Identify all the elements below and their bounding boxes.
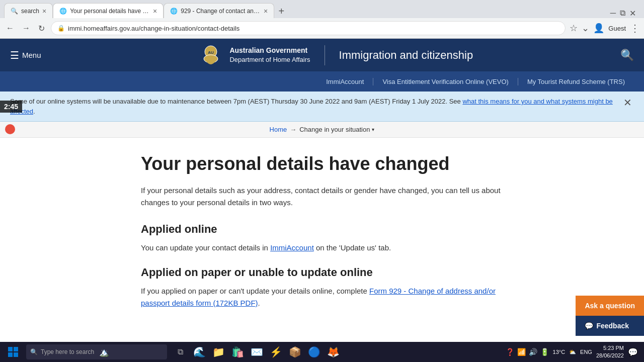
tab-close-search[interactable]: × [42,7,46,15]
dropbox-taskbar[interactable]: 📦 [286,342,304,361]
trs-link[interactable]: My Tourist Refund Scheme (TRS) [518,78,634,85]
applied-on-paper-text: If you applied on paper or can't update … [141,285,503,309]
taskbar-clock[interactable]: 5:23 PM 28/06/2022 [596,344,624,360]
float-buttons: Ask a question 💬 Feedback [576,296,644,336]
breadcrumb: Home → Change in your situation ▾ [0,122,644,138]
recording-indicator [5,124,15,134]
timer-display: 2:45 [0,101,22,113]
taskbar-right: ❓ 📶 🔊 🔋 13°C ⛅ ENG 5:23 PM 28/06/2022 💬 [506,344,642,360]
taskbar-volume-icon[interactable]: 🔊 [529,348,537,356]
breadcrumb-separator: → [290,126,296,133]
start-button[interactable] [2,342,24,361]
tab-929[interactable]: 🌐 929 - Change of contact and/or... × [164,3,274,18]
taskbar-battery-icon[interactable]: 🔋 [540,348,549,356]
immiaccount-link[interactable]: ImmiAccount [317,78,373,85]
tab-close-personal[interactable]: × [153,7,157,15]
tab-personal-details[interactable]: 🌐 Your personal details have chan... × [53,3,164,18]
applied-on-paper-heading: Applied on paper or unable to update onl… [141,266,503,279]
site-title: Immigration and citizenship [339,49,473,62]
browser-tab-search-icon[interactable]: ⌄ [582,23,589,34]
forward-button[interactable]: → [20,22,32,35]
edge-browser-taskbar[interactable]: 🌊 [190,342,208,361]
chrome-taskbar[interactable]: 🔵 [305,342,323,361]
alert-text: Some of our online systems will be unava… [10,97,615,116]
immiaccount-inline-link[interactable]: ImmiAccount [270,243,314,252]
svg-rect-4 [14,347,18,351]
app1-taskbar[interactable]: ⚡ [267,342,285,361]
government-crest: AU [198,43,223,68]
logo-text: Australian Government Department of Home… [229,46,310,65]
page-heading: Your personal details have changed [141,153,503,174]
taskbar-system-icons: ❓ 📶 🔊 🔋 [506,348,549,356]
taskbar-temperature: 13°C [553,349,566,355]
minimize-button[interactable]: ─ [610,9,616,18]
taskbar-search-icon: 🔍 [30,348,38,355]
taskbar-language: ENG [580,349,592,355]
address-bar[interactable]: 🔒 immi.homeaffairs.gov.au/change-in-situ… [51,21,566,35]
intro-text: If your personal details such as your ad… [141,185,503,209]
reload-button[interactable]: ↻ [36,22,47,35]
ask-question-button[interactable]: Ask a question [576,296,644,316]
windows-logo-icon [8,347,18,357]
task-view-button[interactable]: ⧉ [171,342,189,361]
back-button[interactable]: ← [4,22,16,35]
breadcrumb-current: Change in your situation ▾ [299,126,374,133]
logo-area: AU Australian Government Department of H… [51,43,620,68]
header-divider [325,45,325,65]
applied-online-heading: Applied online [141,223,503,236]
browser-chrome: 🔍 search × 🌐 Your personal details have … [0,0,644,39]
bookmarks-icon[interactable]: ☆ [570,23,578,34]
close-button[interactable]: ✕ [629,9,636,18]
menu-button[interactable]: ☰ Menu [10,49,41,61]
svg-rect-6 [14,352,18,357]
taskbar-help-icon[interactable]: ❓ [506,348,514,356]
site-header: ☰ Menu AU Australian Government Departme… [0,39,644,71]
breadcrumb-dropdown-icon[interactable]: ▾ [372,127,374,132]
svg-text:AU: AU [208,50,214,55]
tab-close-929[interactable]: × [264,7,268,15]
taskbar-weather-icon: ⛅ [569,349,576,355]
main-content: Your personal details have changed If yo… [0,138,644,329]
taskbar-search[interactable]: 🔍 Type here to search 🏔️ [26,344,167,359]
store-taskbar[interactable]: 🛍️ [228,342,247,361]
hamburger-icon: ☰ [10,49,19,61]
browser-menu-icon[interactable]: ⋮ [630,22,640,34]
secondary-nav: ImmiAccount Visa Entitlement Verificatio… [0,71,644,92]
taskbar: 🔍 Type here to search 🏔️ ⧉ 🌊 📁 🛍️ ✉️ ⚡ 📦… [0,342,644,362]
alert-banner: Some of our online systems will be unava… [0,92,644,122]
restore-button[interactable]: ⧉ [620,9,625,18]
tab-search[interactable]: 🔍 search × [4,3,53,18]
breadcrumb-home[interactable]: Home [270,126,287,133]
address-bar-row: ← → ↻ 🔒 immi.homeaffairs.gov.au/change-i… [0,18,644,38]
taskbar-wifi-icon[interactable]: 📶 [517,348,526,356]
search-button[interactable]: 🔍 [620,49,634,62]
profile-icon[interactable]: 👤 [593,23,604,34]
taskbar-notification-icon[interactable]: 💬 [628,347,638,357]
tab-bar: 🔍 search × 🌐 Your personal details have … [0,0,644,18]
svg-rect-3 [8,347,13,351]
browser-taskbar[interactable]: 🦊 [324,342,342,361]
alert-close-button[interactable]: ✕ [621,97,634,109]
mail-taskbar[interactable]: ✉️ [248,342,266,361]
svg-rect-5 [8,352,13,357]
website: ☰ Menu AU Australian Government Departme… [0,39,644,329]
feedback-icon: 💬 [585,322,593,330]
taskbar-apps: ⧉ 🌊 📁 🛍️ ✉️ ⚡ 📦 🔵 🦊 [171,342,342,361]
vevo-link[interactable]: Visa Entitlement Verification Online (VE… [373,78,518,85]
explorer-taskbar[interactable]: 📁 [209,342,227,361]
new-tab-button[interactable]: + [274,4,288,18]
feedback-button[interactable]: 💬 Feedback [576,316,644,336]
applied-online-text: You can update your contact details in I… [141,242,503,254]
